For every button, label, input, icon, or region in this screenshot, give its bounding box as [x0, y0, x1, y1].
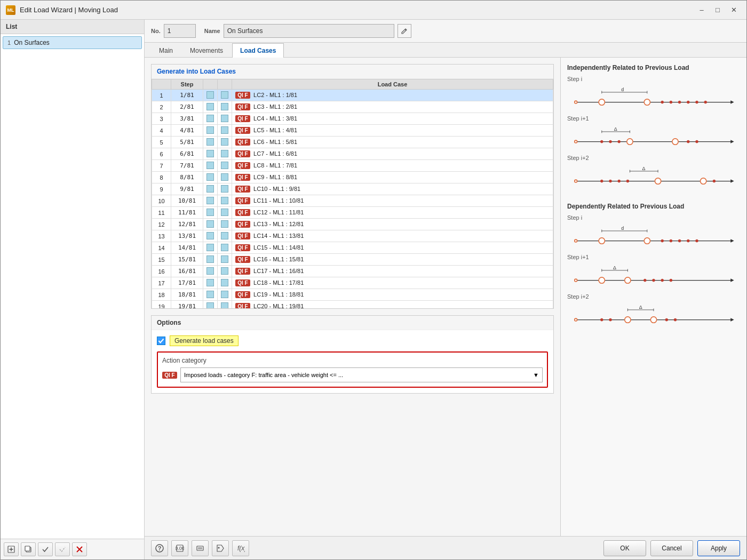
form-panel: Generate into Load Cases Step Loa	[145, 58, 561, 536]
row-step: 2/81	[171, 101, 203, 113]
row-lc: QI F LC9 - ML1 : 8/81	[232, 172, 553, 183]
close-button[interactable]: ✕	[726, 4, 741, 16]
cancel-button[interactable]: Cancel	[650, 540, 693, 556]
uncheck-button[interactable]	[55, 542, 70, 556]
row-badge: QI F	[235, 92, 250, 99]
help-button[interactable]: ?	[151, 540, 168, 556]
generate-section: Generate into Load Cases Step Loa	[151, 64, 554, 309]
bottom-bar: ? 0.00 f(x) OK	[145, 536, 746, 559]
table-row[interactable]: 15 15/81 QI F LC16 - ML1 : 15/81	[152, 254, 553, 266]
svg-point-54	[599, 238, 605, 244]
action-badge: QI F	[162, 372, 177, 379]
tab-main[interactable]: Main	[151, 43, 181, 58]
table-row[interactable]: 6 6/81 QI F LC7 - ML1 : 6/81	[152, 148, 553, 160]
table-scroll[interactable]: Step Load Case 1 1/81 QI F	[152, 79, 553, 308]
svg-point-84	[650, 317, 656, 323]
table-row[interactable]: 7 7/81 QI F LC8 - ML1 : 7/81	[152, 160, 553, 172]
svg-point-53	[575, 239, 577, 242]
row-step: 8/81	[171, 172, 203, 183]
bottom-actions: OK Cancel Apply	[603, 540, 740, 556]
add-item-button[interactable]	[4, 542, 19, 556]
sidebar: List 1 On Surfaces	[1, 20, 145, 559]
row-lc: QI F LC8 - ML1 : 7/81	[232, 160, 553, 172]
svg-point-45	[700, 178, 706, 184]
formula-button[interactable]: f(x)	[232, 540, 249, 556]
svg-marker-9	[730, 100, 734, 103]
row-num: 16	[152, 266, 171, 277]
options-title: Options	[152, 316, 553, 330]
row-badge: QI F	[235, 197, 250, 204]
sidebar-content: 1 On Surfaces	[1, 34, 144, 539]
tab-load-cases[interactable]: Load Cases	[232, 43, 284, 58]
row-color1	[203, 172, 218, 183]
row-badge: QI F	[235, 150, 250, 157]
ok-button[interactable]: OK	[603, 540, 646, 556]
svg-point-15	[678, 101, 681, 103]
tab-movements[interactable]: Movements	[182, 43, 231, 58]
action-select: QI F Imposed loads - category F: traffic…	[162, 367, 543, 382]
dependent-title: Dependently Related to Previous Load	[567, 203, 740, 210]
action-dropdown[interactable]: Imposed loads - category F: traffic area…	[180, 367, 543, 382]
table-row[interactable]: 11 11/81 QI F LC12 - ML1 : 11/81	[152, 207, 553, 219]
row-color1	[203, 90, 218, 101]
svg-point-40	[600, 180, 603, 182]
generate-checkbox[interactable]	[157, 337, 165, 345]
duplicate-item-button[interactable]	[21, 542, 36, 556]
action-category-label: Action category	[162, 357, 543, 364]
check-button[interactable]	[38, 542, 53, 556]
dropdown-arrow-icon: ▼	[533, 372, 539, 378]
table-row[interactable]: 5 5/81 QI F LC6 - ML1 : 5/81	[152, 137, 553, 148]
maximize-button[interactable]: □	[710, 4, 725, 16]
table-row[interactable]: 3 3/81 QI F LC4 - ML1 : 3/81	[152, 113, 553, 125]
row-color1	[203, 230, 218, 242]
row-color2	[218, 160, 232, 172]
row-step: 12/81	[171, 219, 203, 230]
svg-rect-4	[25, 546, 30, 551]
table-row[interactable]: 1 1/81 QI F LC2 - ML1 : 1/81	[152, 90, 553, 101]
row-num: 14	[152, 242, 171, 254]
svg-text:Δ: Δ	[614, 126, 617, 132]
main-panel: No. Name Main Movements Load Cases	[145, 20, 746, 559]
table-row[interactable]: 16 16/81 QI F LC17 - ML1 : 16/81	[152, 266, 553, 277]
row-color2	[218, 266, 232, 277]
table-row[interactable]: 2 2/81 QI F LC3 - ML1 : 2/81	[152, 101, 553, 113]
table-row[interactable]: 18 18/81 QI F LC19 - ML1 : 18/81	[152, 289, 553, 301]
table-row[interactable]: 4 4/81 QI F LC5 - ML1 : 4/81	[152, 125, 553, 137]
name-edit-button[interactable]	[398, 24, 411, 38]
table-row[interactable]: 19 19/81 QI F LC20 - ML1 : 19/81	[152, 301, 553, 309]
svg-point-25	[575, 140, 577, 143]
sidebar-item-on-surfaces[interactable]: 1 On Surfaces	[3, 36, 142, 49]
table-row[interactable]: 17 17/81 QI F LC18 - ML1 : 17/81	[152, 277, 553, 289]
svg-point-67	[575, 279, 577, 282]
svg-point-11	[599, 99, 605, 105]
table-row[interactable]: 8 8/81 QI F LC9 - ML1 : 8/81	[152, 172, 553, 183]
apply-button[interactable]: Apply	[697, 540, 740, 556]
row-color2	[218, 207, 232, 219]
svg-marker-79	[730, 318, 734, 321]
row-lc: QI F LC14 - ML1 : 13/81	[232, 230, 553, 242]
name-input[interactable]	[224, 24, 394, 38]
table-row[interactable]: 14 14/81 QI F LC15 - ML1 : 14/81	[152, 242, 553, 254]
svg-point-46	[713, 180, 716, 182]
calc-button[interactable]: 0.00	[171, 540, 188, 556]
tag-button[interactable]	[212, 540, 229, 556]
table-row[interactable]: 13 13/81 QI F LC14 - ML1 : 13/81	[152, 230, 553, 242]
row-lc: QI F LC10 - ML1 : 9/81	[232, 183, 553, 195]
row-badge: QI F	[235, 221, 250, 228]
svg-point-72	[661, 279, 664, 282]
independent-section: Independently Related to Previous Load S…	[567, 64, 740, 194]
delete-item-button[interactable]	[72, 542, 87, 556]
svg-marker-97	[217, 545, 224, 551]
row-num: 13	[152, 230, 171, 242]
table-row[interactable]: 12 12/81 QI F LC13 - ML1 : 12/81	[152, 219, 553, 230]
minimize-button[interactable]: –	[694, 4, 709, 16]
row-lc: QI F LC17 - ML1 : 16/81	[232, 266, 553, 277]
table-row[interactable]: 9 9/81 QI F LC10 - ML1 : 9/81	[152, 183, 553, 195]
table-row[interactable]: 10 10/81 QI F LC11 - ML1 : 10/81	[152, 195, 553, 207]
no-input[interactable]	[164, 24, 196, 38]
svg-point-18	[704, 101, 707, 103]
view-button[interactable]	[192, 540, 209, 556]
svg-point-55	[644, 238, 650, 244]
tab-bar: Main Movements Load Cases	[145, 43, 746, 58]
svg-point-57	[670, 239, 672, 242]
